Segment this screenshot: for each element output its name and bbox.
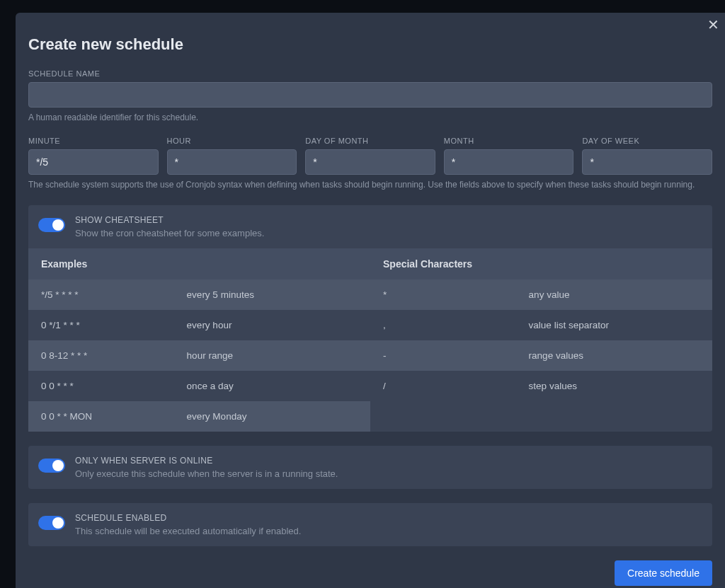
cron-month-field: MONTH [444, 137, 574, 175]
table-row: 0 0 * * * once a day [28, 371, 370, 401]
online-only-toggle[interactable] [38, 459, 65, 473]
cron-month-input[interactable] [444, 149, 574, 175]
cron-helper: The schedule system supports the use of … [28, 179, 712, 191]
schedule-name-label: SCHEDULE NAME [28, 69, 712, 78]
example-expr: 0 8-12 * * * [41, 350, 187, 361]
examples-table: Examples */5 * * * * every 5 minutes 0 *… [28, 248, 370, 432]
show-cheatsheet-title: SHOW CHEATSHEET [75, 215, 264, 225]
cron-dow-input[interactable] [582, 149, 712, 175]
table-row: , value list separator [370, 310, 712, 340]
cron-dom-input[interactable] [305, 149, 435, 175]
schedule-enabled-title: SCHEDULE ENABLED [75, 513, 301, 523]
cheatsheet-tables: Examples */5 * * * * every 5 minutes 0 *… [28, 248, 712, 432]
cron-fields-row: MINUTE HOUR DAY OF MONTH MONTH DAY OF WE… [28, 137, 712, 175]
cron-dom-field: DAY OF MONTH [305, 137, 435, 175]
show-cheatsheet-toggle[interactable] [38, 218, 65, 232]
schedule-enabled-desc: This schedule will be executed automatic… [75, 526, 301, 536]
specials-table: Special Characters * any value , value l… [370, 248, 712, 432]
cron-minute-input[interactable] [28, 149, 159, 175]
table-row: * any value [370, 279, 712, 310]
special-desc: any value [529, 289, 700, 300]
cron-hour-field: HOUR [167, 137, 297, 175]
example-desc: every hour [187, 320, 358, 330]
cron-dow-field: DAY OF WEEK [582, 137, 712, 175]
cron-month-label: MONTH [444, 137, 574, 145]
cron-minute-label: MINUTE [28, 137, 159, 145]
example-desc: hour range [187, 350, 358, 361]
special-char: , [383, 320, 529, 330]
schedule-name-input[interactable] [28, 82, 712, 108]
online-only-desc: Only execute this schedule when the serv… [75, 468, 338, 479]
schedule-enabled-panel: SCHEDULE ENABLED This schedule will be e… [28, 503, 712, 546]
create-schedule-modal: ✕ Create new schedule SCHEDULE NAME A hu… [16, 13, 725, 588]
example-expr: 0 */1 * * * [41, 320, 187, 330]
cron-dow-label: DAY OF WEEK [582, 137, 712, 145]
modal-title: Create new schedule [28, 35, 712, 54]
special-char: - [383, 350, 529, 361]
show-cheatsheet-desc: Show the cron cheatsheet for some exampl… [75, 228, 264, 238]
example-desc: every Monday [187, 411, 358, 422]
special-desc: range values [529, 350, 700, 361]
online-only-title: ONLY WHEN SERVER IS ONLINE [75, 456, 338, 466]
example-expr: 0 0 * * MON [41, 411, 187, 422]
special-char: / [383, 381, 529, 391]
create-schedule-button[interactable]: Create schedule [615, 560, 712, 586]
table-row: / step values [370, 371, 712, 401]
schedule-name-helper: A human readable identifier for this sch… [28, 112, 712, 124]
table-row: 0 8-12 * * * hour range [28, 340, 370, 371]
cheatsheet-panel: SHOW CHEATSHEET Show the cron cheatsheet… [28, 205, 712, 432]
special-desc: step values [529, 381, 700, 391]
close-icon[interactable]: ✕ [705, 17, 721, 33]
table-row: - range values [370, 340, 712, 371]
example-desc: every 5 minutes [187, 289, 358, 300]
cron-hour-input[interactable] [167, 149, 297, 175]
example-expr: */5 * * * * [41, 289, 187, 300]
online-only-panel: ONLY WHEN SERVER IS ONLINE Only execute … [28, 446, 712, 489]
example-expr: 0 0 * * * [41, 381, 187, 391]
modal-footer: Create schedule [28, 546, 712, 586]
cron-hour-label: HOUR [167, 137, 297, 145]
cron-dom-label: DAY OF MONTH [305, 137, 435, 145]
schedule-name-section: SCHEDULE NAME A human readable identifie… [28, 69, 712, 124]
example-desc: once a day [187, 381, 358, 391]
cron-minute-field: MINUTE [28, 137, 159, 175]
examples-header: Examples [28, 248, 370, 279]
special-char: * [383, 289, 529, 300]
special-desc: value list separator [529, 320, 700, 330]
table-row: 0 0 * * MON every Monday [28, 401, 370, 432]
table-row: 0 */1 * * * every hour [28, 310, 370, 340]
table-row: */5 * * * * every 5 minutes [28, 279, 370, 310]
specials-header: Special Characters [370, 248, 712, 279]
schedule-enabled-toggle[interactable] [38, 516, 65, 530]
